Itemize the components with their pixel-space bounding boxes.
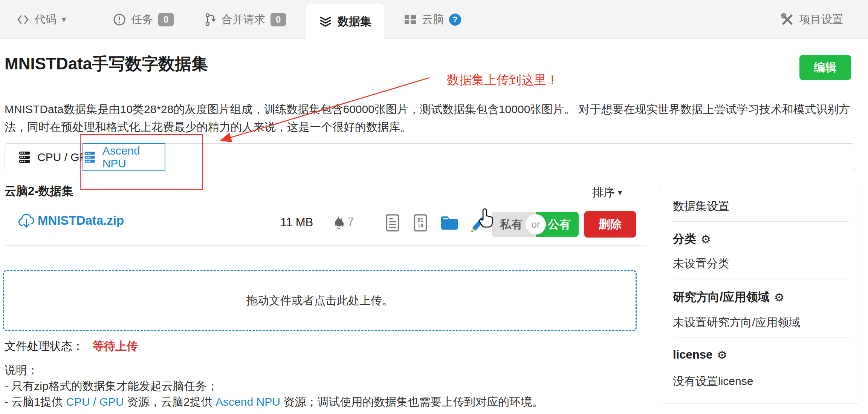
edit-button[interactable]: 编辑 (799, 55, 851, 80)
chevron-down-icon: ▾ (618, 188, 622, 198)
category-heading: 分类 ⚙ (673, 231, 711, 247)
category-label: 分类 (673, 231, 696, 247)
license-label: license (673, 348, 712, 362)
file-text-icon[interactable] (385, 213, 400, 232)
merge-request-icon (205, 13, 216, 26)
notes-title: 说明： (5, 363, 38, 378)
server-icon (18, 150, 31, 164)
dataset-description: MNISTData数据集是由10类28*28的灰度图片组成，训练数据集包含600… (5, 100, 864, 136)
status-label: 文件处理状态： (5, 340, 84, 352)
server-icon-blue (83, 150, 96, 164)
nav-settings-label: 项目设置 (799, 12, 843, 27)
file-row-divider (5, 245, 646, 246)
cloud-download-icon (17, 212, 35, 230)
file-size: 11 MB (280, 216, 313, 229)
cpu-gpu-link[interactable]: CPU / GPU (66, 396, 124, 408)
nav-code[interactable]: 代码 ▾ (17, 0, 66, 39)
nav-issues[interactable]: 任务 0 (113, 0, 174, 39)
svg-text:10: 10 (417, 223, 423, 228)
dataset-layers-icon (319, 15, 332, 28)
file-binary-icon[interactable]: 01 10 (413, 213, 428, 232)
issue-icon (113, 13, 126, 26)
tab-ascend-npu-label: Ascend NPU (102, 144, 165, 170)
gear-icon[interactable]: ⚙ (774, 291, 784, 304)
nav-code-label: 代码 (35, 12, 57, 27)
license-value: 没有设置license (673, 374, 753, 389)
status-value: 等待上传 (93, 340, 138, 352)
sidebar-divider (673, 337, 849, 337)
notes-line2-suffix: 资源；调试使用的数据集也需要上传到对应的环境。 (280, 396, 543, 408)
nav-cloudbrain-label: 云脑 (422, 12, 444, 27)
tab-ascend-npu[interactable]: Ascend NPU (83, 143, 165, 171)
chevron-down-icon: ▾ (62, 15, 66, 25)
nav-issues-label: 任务 (131, 12, 153, 27)
gear-icon[interactable]: ⚙ (701, 233, 711, 246)
top-navbar: 代码 ▾ 任务 0 合并请求 0 (0, 0, 868, 39)
nav-cloudbrain[interactable]: 云脑 ? (404, 0, 461, 39)
visibility-toggle: 私有 公有 or (492, 212, 579, 237)
sort-label: 排序 (592, 185, 615, 200)
nav-merge-label: 合并请求 (222, 12, 265, 27)
gear-icon[interactable]: ⚙ (717, 348, 727, 362)
dropzone-text: 拖动文件或者点击此处上传。 (246, 293, 393, 308)
research-field-value: 未设置研究方向/应用领域 (673, 315, 800, 330)
help-icon[interactable]: ? (449, 14, 461, 26)
svg-text:01: 01 (417, 217, 423, 223)
issues-count-badge: 0 (158, 13, 174, 26)
sidebar-divider (673, 221, 849, 222)
sidebar-divider (673, 279, 849, 279)
download-count: 7 (347, 215, 354, 229)
annotation-note: 数据集上传到这里！ (447, 72, 559, 89)
research-field-label: 研究方向/应用领域 (673, 289, 770, 305)
env-tab-bar: CPU / GPU Ascend NPU (5, 143, 855, 171)
license-heading: license ⚙ (673, 348, 727, 362)
dataset-page: 代码 ▾ 任务 0 合并请求 0 (0, 0, 868, 414)
upload-dropzone[interactable]: 拖动文件或者点击此处上传。 (3, 270, 637, 331)
hand-cursor (477, 207, 494, 229)
nav-tab-dataset[interactable]: 数据集 (306, 3, 384, 40)
cloudbrain-grid-icon (404, 14, 417, 25)
dataset-settings-card: 数据集设置 分类 ⚙ 未设置分类 研究方向/应用领域 ⚙ 未设置研究方向/应用领… (659, 185, 862, 403)
notes-line-2: - 云脑1提供 CPU / GPU 资源，云脑2提供 Ascend NPU 资源… (5, 394, 543, 410)
file-link[interactable]: MNISTData.zip (38, 213, 124, 228)
file-status-line: 文件处理状态：等待上传 (5, 339, 138, 354)
delete-button[interactable]: 删除 (584, 211, 636, 238)
research-field-heading: 研究方向/应用领域 ⚙ (673, 289, 784, 305)
merge-count-badge: 0 (270, 13, 286, 26)
category-value: 未设置分类 (673, 256, 729, 271)
notes-line2-prefix: - 云脑1提供 (5, 396, 66, 408)
notes-line-1: - 只有zip格式的数据集才能发起云脑任务； (5, 379, 218, 394)
nav-dataset-label: 数据集 (338, 14, 371, 29)
folder-icon[interactable] (440, 215, 459, 231)
page-title: MNISTData手写数字数据集 (5, 53, 208, 75)
toggle-or-circle: or (526, 214, 546, 235)
tools-icon (781, 13, 794, 26)
sidebar-title: 数据集设置 (673, 199, 729, 214)
notes-line2-mid: 资源，云脑2提供 (124, 396, 215, 408)
nav-project-settings[interactable]: 项目设置 (781, 0, 843, 39)
code-icon (17, 14, 29, 25)
downloads-flame-icon (331, 213, 347, 232)
nav-merge-requests[interactable]: 合并请求 0 (205, 0, 286, 39)
ascend-npu-link[interactable]: Ascend NPU (215, 396, 280, 408)
section-title: 云脑2-数据集 (5, 183, 73, 199)
sort-dropdown[interactable]: 排序 ▾ (592, 185, 622, 200)
